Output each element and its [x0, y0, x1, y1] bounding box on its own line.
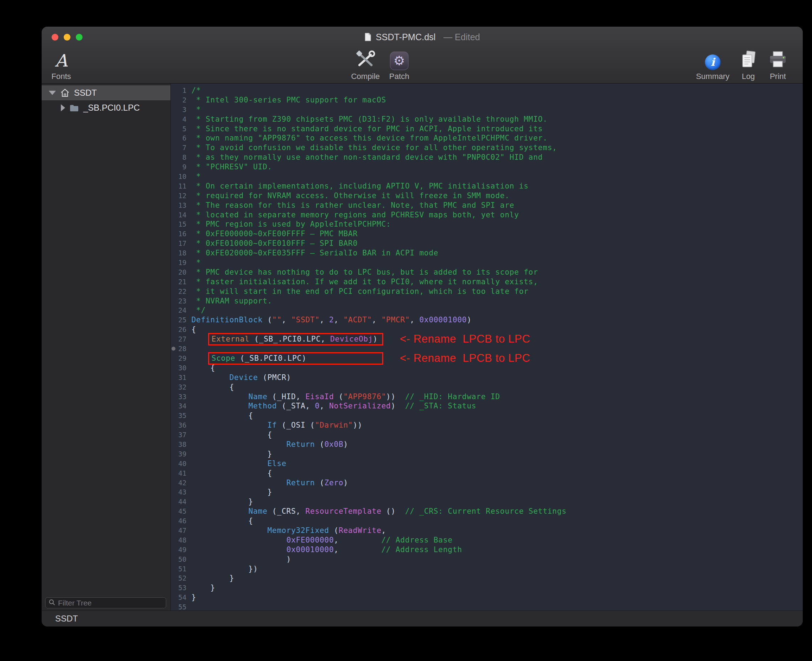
print-label: Print — [770, 72, 786, 81]
minimize-button[interactable] — [64, 34, 70, 41]
summary-button[interactable]: i Summary — [691, 47, 734, 81]
line-number: 23 — [171, 296, 187, 306]
code-line: 41 { — [171, 469, 803, 478]
printer-icon — [769, 51, 787, 70]
code-text: * — [192, 105, 201, 115]
rename-annotation: <- Rename LPCB to LPC — [400, 353, 530, 364]
filter-tree-input[interactable] — [58, 599, 163, 607]
line-number: 6 — [171, 133, 187, 143]
code-text: } — [192, 573, 234, 583]
code-text: * NVRAM support. — [192, 296, 272, 306]
code-text: Scope (_SB.PCI0.LPC)<- Rename LPCB to LP… — [192, 354, 530, 363]
line-marker-dot — [171, 347, 176, 351]
line-number: 17 — [171, 239, 187, 248]
code-text: { — [192, 430, 272, 440]
line-number: 50 — [171, 555, 187, 564]
code-text: ) — [192, 555, 291, 564]
line-number: 15 — [171, 219, 187, 229]
code-text: * own naming "APP9876" to access this de… — [192, 133, 548, 143]
line-number: 53 — [171, 583, 187, 593]
code-text: * Since there is no standard device for … — [192, 124, 543, 134]
code-line: 47 Memory32Fixed (ReadWrite, — [171, 526, 803, 535]
code-editor[interactable]: 1/*2 * Intel 300-series PMC support for … — [171, 84, 803, 610]
code-text: } — [192, 593, 196, 602]
rename-highlight-box: External (_SB_.PCI0.LPC, DeviceObj) — [208, 333, 383, 345]
code-text: * faster initialisation. If we add it to… — [192, 277, 538, 287]
line-number: 26 — [171, 325, 187, 334]
code-line: 37 { — [171, 430, 803, 440]
code-text: /* — [192, 86, 201, 95]
disclosure-down-icon[interactable] — [49, 91, 56, 95]
code-line: 30 { — [171, 363, 803, 373]
line-number: 10 — [171, 172, 187, 182]
line-number: 31 — [171, 373, 187, 382]
sidebar: SSDT _SB.PCI0.LPC — [42, 84, 171, 610]
code-text: Else — [192, 459, 286, 469]
code-line: 2 * Intel 300-series PMC support for mac… — [171, 95, 803, 105]
code-text: * To avoid confusion we disable this dev… — [192, 143, 557, 153]
patch-button[interactable]: ⚙ Patch — [382, 47, 416, 81]
code-line: 49 0x00010000, // Address Length — [171, 545, 803, 555]
code-text: * 0xFE020000~0xFE035FFF — SerialIo BAR i… — [192, 248, 438, 258]
code-line: 44 } — [171, 497, 803, 506]
code-line: 10 * — [171, 172, 803, 182]
code-line: 1/* — [171, 86, 803, 95]
code-line: 35 { — [171, 411, 803, 420]
code-text: * required for NVRAM access. Otherwise i… — [192, 191, 510, 201]
status-bar: SSDT — [42, 610, 803, 626]
sidebar-item-ssdt[interactable]: SSDT — [42, 85, 171, 100]
line-number: 44 — [171, 497, 187, 506]
close-button[interactable] — [51, 34, 58, 41]
fonts-icon: A — [55, 51, 68, 70]
filter-tree-field[interactable] — [45, 597, 166, 608]
code-line: 33 Name (_HID, EisaId ("APP9876")) // _H… — [171, 392, 803, 402]
line-number: 54 — [171, 593, 187, 602]
sidebar-item-sb-pci0-lpc[interactable]: _SB.PCI0.LPC — [42, 100, 171, 115]
traffic-lights — [51, 34, 83, 41]
rename-annotation: <- Rename LPCB to LPC — [400, 333, 530, 345]
line-number: 14 — [171, 210, 187, 220]
edited-indicator: — Edited — [443, 32, 480, 42]
fonts-button[interactable]: A Fonts — [45, 47, 77, 81]
line-number: 21 — [171, 277, 187, 287]
code-text: }) — [192, 564, 258, 574]
code-line: 36 If (_OSI ("Darwin")) — [171, 420, 803, 430]
code-line: 29 Scope (_SB.PCI0.LPC)<- Rename LPCB to… — [171, 354, 803, 363]
line-number: 46 — [171, 516, 187, 526]
code-line: 46 { — [171, 516, 803, 526]
code-text: If (_OSI ("Darwin")) — [192, 420, 362, 430]
code-text: * it will start in the end of PCI config… — [192, 287, 528, 296]
zoom-button[interactable] — [76, 34, 83, 41]
code-text: 0x00010000, // Address Length — [192, 545, 462, 555]
line-number: 9 — [171, 162, 187, 172]
code-text: * 0xFE000000~0xFE00FFFF — PMC MBAR — [192, 229, 358, 239]
code-text: Name (_CRS, ResourceTemplate () // _CRS:… — [192, 506, 566, 516]
code-line: 16 * 0xFE000000~0xFE00FFFF — PMC MBAR — [171, 229, 803, 239]
log-pages-icon — [740, 50, 757, 70]
patch-label: Patch — [389, 72, 409, 81]
line-number: 3 — [171, 105, 187, 115]
print-button[interactable]: Print — [761, 47, 795, 81]
code-line: 22 * it will start in the end of PCI con… — [171, 287, 803, 296]
code-text: * PMC device has nothing to do to LPC bu… — [192, 268, 538, 277]
code-line: 21 * faster initialisation. If we add it… — [171, 277, 803, 287]
code-text: Method (_STA, 0, NotSerialized) // _STA:… — [192, 401, 476, 411]
code-line: 38 Return (0x0B) — [171, 440, 803, 449]
compile-button[interactable]: Compile — [344, 47, 387, 81]
code-line: 20 * PMC device has nothing to do to LPC… — [171, 268, 803, 277]
code-line: 19 * — [171, 258, 803, 268]
log-button[interactable]: Log — [735, 47, 762, 81]
line-number: 24 — [171, 306, 187, 315]
disclosure-right-icon[interactable] — [61, 104, 65, 111]
line-number: 20 — [171, 268, 187, 277]
code-line: 45 Name (_CRS, ResourceTemplate () // _C… — [171, 506, 803, 516]
code-text: { — [192, 325, 196, 334]
line-number: 45 — [171, 506, 187, 516]
code-text: * "PCHRESV" UID. — [192, 162, 272, 172]
code-line: 43 } — [171, 487, 803, 497]
code-lines: 1/*2 * Intel 300-series PMC support for … — [171, 86, 803, 610]
code-text: { — [192, 411, 253, 420]
code-line: 9 * "PCHRESV" UID. — [171, 162, 803, 172]
code-text: { — [192, 469, 272, 478]
code-line: 14 * located in separate memory regions … — [171, 210, 803, 220]
